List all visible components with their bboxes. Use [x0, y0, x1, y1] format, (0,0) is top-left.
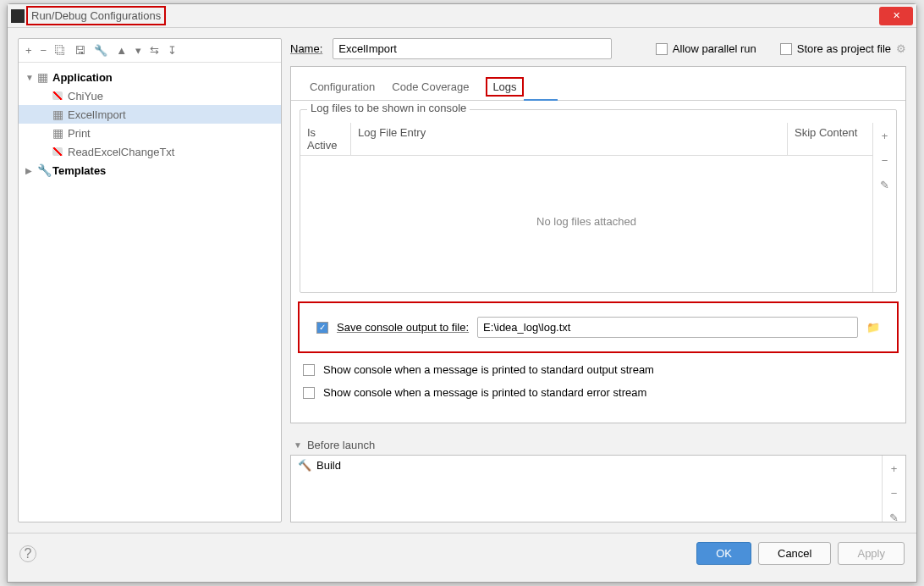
add-log-icon[interactable]: + — [882, 130, 888, 142]
allow-parallel-checkbox[interactable]: Allow parallel run — [656, 42, 756, 55]
run-config-icon — [52, 145, 68, 158]
build-task-row[interactable]: 🔨Build — [291, 456, 882, 522]
run-config-icon: ▦ — [52, 108, 68, 121]
tree-item-readexcel[interactable]: ReadExcelChangeTxt — [19, 142, 281, 161]
cancel-button[interactable]: Cancel — [758, 542, 831, 565]
tree-item-chiyue[interactable]: ChiYue — [19, 86, 281, 105]
hammer-icon: 🔨 — [298, 459, 311, 472]
tabs: Configuration Code Coverage Logs — [291, 74, 905, 101]
remove-icon[interactable]: − — [41, 44, 47, 57]
save-output-label: Save console output to file: — [337, 321, 469, 334]
log-section-legend: Log files to be shown in console — [307, 102, 470, 114]
tree-node-application[interactable]: ▼ ▦ Application — [19, 68, 281, 86]
name-input[interactable] — [333, 38, 612, 59]
config-list-panel: + − ⿻ 🖫 🔧 ▲ ▾ ⇆ ↧ ▼ ▦ Application ChiYue… — [18, 38, 282, 522]
tree-node-templates[interactable]: ▶ 🔧 Templates — [19, 161, 281, 180]
templates-label: Templates — [52, 164, 106, 177]
stdout-checkbox[interactable] — [303, 364, 315, 376]
store-project-checkbox[interactable]: Store as project file⚙ — [780, 42, 906, 55]
log-table-header: Is Active Log File Entry Skip Content — [300, 123, 872, 156]
gear-icon[interactable]: ⚙ — [896, 42, 906, 55]
browse-folder-icon[interactable]: 📁 — [866, 321, 880, 334]
titlebar: Run/Debug Configurations ✕ — [8, 4, 916, 28]
save-icon[interactable]: 🖫 — [74, 44, 85, 57]
add-icon[interactable]: + — [25, 44, 32, 57]
edit-task-icon[interactable]: ✎ — [889, 511, 899, 524]
stderr-checkbox[interactable] — [303, 387, 315, 399]
wrench-icon[interactable]: 🔧 — [94, 44, 107, 57]
list-toolbar: + − ⿻ 🖫 🔧 ▲ ▾ ⇆ ↧ — [19, 39, 281, 63]
sort-icon[interactable]: ↧ — [168, 44, 177, 57]
stdout-label: Show console when a message is printed t… — [323, 363, 654, 376]
templates-icon: 🔧 — [37, 163, 52, 177]
remove-log-icon[interactable]: − — [882, 154, 888, 167]
save-output-checkbox[interactable]: ✓ — [316, 322, 328, 334]
close-button[interactable]: ✕ — [879, 7, 913, 25]
run-config-icon: ▦ — [52, 126, 68, 140]
tab-configuration[interactable]: Configuration — [301, 75, 383, 98]
tree-item-excelimport[interactable]: ▦ExcelImport — [19, 105, 281, 124]
log-empty-text: No log files attached — [300, 156, 872, 287]
app-icon — [11, 9, 25, 23]
folder-toggle-icon[interactable]: ⇆ — [150, 44, 159, 57]
log-files-section: Log files to be shown in console Is Acti… — [300, 109, 897, 293]
before-launch-list: 🔨Build + − ✎ — [290, 455, 906, 522]
help-icon[interactable]: ? — [19, 545, 36, 562]
expand-icon[interactable]: ▼ — [25, 73, 37, 82]
window-title: Run/Debug Configurations — [26, 6, 166, 25]
config-tree: ▼ ▦ Application ChiYue ▦ExcelImport ▦Pri… — [19, 63, 281, 185]
add-task-icon[interactable]: + — [891, 462, 898, 475]
run-config-icon — [52, 89, 68, 102]
tree-item-print[interactable]: ▦Print — [19, 124, 281, 142]
ok-button[interactable]: OK — [696, 542, 751, 565]
up-icon[interactable]: ▲ — [116, 44, 127, 57]
tab-code-coverage[interactable]: Code Coverage — [383, 75, 477, 98]
copy-icon[interactable]: ⿻ — [55, 44, 66, 57]
name-label: Name: — [290, 42, 322, 55]
edit-log-icon[interactable]: ✎ — [880, 179, 889, 191]
save-output-path[interactable] — [477, 317, 858, 338]
stderr-label: Show console when a message is printed t… — [323, 386, 646, 399]
remove-task-icon[interactable]: − — [891, 487, 898, 500]
collapse-icon[interactable]: ▼ — [294, 440, 302, 450]
apply-button[interactable]: Apply — [838, 542, 905, 565]
app-label: Application — [52, 71, 113, 84]
before-launch-label: Before launch — [307, 439, 375, 451]
tab-logs[interactable]: Logs — [477, 75, 531, 98]
app-type-icon: ▦ — [37, 70, 52, 84]
down-icon[interactable]: ▾ — [135, 44, 141, 57]
expand-icon[interactable]: ▶ — [25, 166, 37, 175]
